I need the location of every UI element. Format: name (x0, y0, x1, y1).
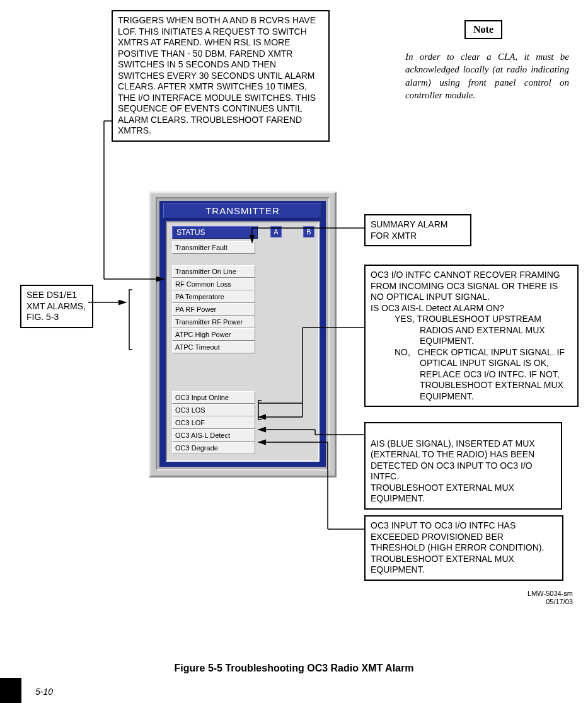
oc3-intfc-note: OC3 I/O INTFC CANNOT RECOVER FRAMING FRO… (364, 265, 579, 407)
row-transmitter-online: Transmitter On Line (172, 265, 255, 278)
figure-caption: Figure 5-5 Troubleshooting OC3 Radio XMT… (0, 663, 588, 674)
status-bar: STATUS (172, 226, 258, 239)
panel-blue: TRANSMITTER STATUS A B Transmitter Fault… (159, 201, 326, 467)
panel-inner: TRANSMITTER STATUS A B Transmitter Fault… (156, 197, 330, 471)
transmitter-panel: TRANSMITTER STATUS A B Transmitter Fault… (149, 191, 337, 477)
row-text: Transmitter On Line (175, 268, 236, 275)
row-atpc-timeout: ATPC Timeout (172, 341, 255, 353)
ais-blue-note: AIS (BLUE SIGNAL), INSERTED AT MUX (EXTE… (364, 422, 562, 510)
row-text: ATPC Timeout (175, 343, 220, 351)
note-label: Note (464, 20, 502, 39)
panel-body: STATUS A B Transmitter Fault Transmitter… (166, 221, 320, 462)
page-number: 5-10 (35, 687, 53, 697)
oc3-ber-text: OC3 INPUT TO OC3 I/O INTFC HAS EXCEEDED … (371, 520, 544, 574)
note-body: In order to clear a CLA, it must be ackn… (405, 50, 569, 101)
row-text: OC3 LOF (175, 419, 205, 426)
triggers-text: TRIGGERS WHEN BOTH A AND B RCVRS HAVE LO… (118, 15, 316, 135)
page-tab-marker (0, 678, 21, 703)
row-oc3-los: OC3 LOS (172, 404, 255, 416)
oc3-intfc-question: IS OC3 AIS-L Detect ALARM ON? (371, 303, 572, 314)
see-ds1-note: SEE DS1/E1 XMT ALARMS, FIG. 5-3 (20, 285, 93, 328)
row-text: PA Temperatore (175, 293, 224, 300)
figure-caption-text: Figure 5-5 Troubleshooting OC3 Radio XMT… (175, 663, 414, 673)
badge-b-text: B (306, 228, 311, 236)
badge-a-text: A (274, 228, 278, 236)
row-oc3-ais-l: OC3 AIS-L Detect (172, 429, 255, 442)
row-text: PA RF Power (175, 306, 216, 313)
row-text: Transmitter Fault (175, 244, 228, 251)
oc3-intfc-intro: OC3 I/O INTFC CANNOT RECOVER FRAMING FRO… (371, 270, 572, 303)
panel-title-text: TRANSMITTER (205, 205, 280, 216)
oc3-intfc-yes: YES, TROUBLESHOOT UPSTREAM RADIOS AND EX… (371, 314, 572, 347)
doc-id: LMW-5034-sm 05/17/03 (527, 590, 573, 606)
summary-alarm-text: SUMMARY ALARM FOR XMTR (371, 219, 447, 241)
badge-a: A (270, 226, 282, 237)
note-body-text: In order to clear a CLA, it must be ackn… (405, 52, 569, 100)
row-text: OC3 Input Online (175, 394, 229, 401)
row-pa-temp: PA Temperatore (172, 290, 255, 303)
see-ds1-text: SEE DS1/E1 XMT ALARMS, FIG. 5-3 (26, 290, 86, 322)
row-rf-common-loss: RF Common Loss (172, 278, 255, 290)
row-text: ATPC High Power (175, 331, 231, 338)
triggers-note: TRIGGERS WHEN BOTH A AND B RCVRS HAVE LO… (112, 10, 330, 142)
row-oc3-degrade: OC3 Degrade (172, 442, 255, 454)
row-text: RF Common Loss (175, 280, 231, 288)
oc3-intfc-no: NO, CHECK OPTICAL INPUT SIGNAL. IF OPTIC… (371, 347, 572, 403)
row-tx-rf-power: Transmitter RF Power (172, 316, 255, 328)
ais-blue-text: AIS (BLUE SIGNAL), INSERTED AT MUX (EXTE… (371, 438, 535, 504)
row-text: Transmitter RF Power (175, 318, 243, 326)
row-atpc-high: ATPC High Power (172, 328, 255, 341)
oc3-ber-note: OC3 INPUT TO OC3 I/O INTFC HAS EXCEEDED … (364, 515, 563, 581)
row-oc3-input-online: OC3 Input Online (172, 391, 255, 404)
row-oc3-lof: OC3 LOF (172, 416, 255, 429)
note-label-text: Note (473, 24, 493, 35)
row-transmitter-fault: Transmitter Fault (172, 241, 255, 254)
doc-id-1: LMW-5034-sm (527, 590, 573, 598)
row-text: OC3 Degrade (175, 444, 218, 452)
row-pa-rf-power: PA RF Power (172, 303, 255, 316)
row-text: OC3 LOS (175, 406, 205, 414)
panel-title: TRANSMITTER (163, 203, 322, 219)
status-text: STATUS (176, 228, 205, 237)
badge-b: B (303, 226, 314, 237)
doc-id-2: 05/17/03 (527, 598, 573, 606)
page-number-text: 5-10 (35, 687, 53, 697)
row-text: OC3 AIS-L Detect (175, 432, 230, 439)
summary-alarm-note: SUMMARY ALARM FOR XMTR (364, 214, 471, 246)
